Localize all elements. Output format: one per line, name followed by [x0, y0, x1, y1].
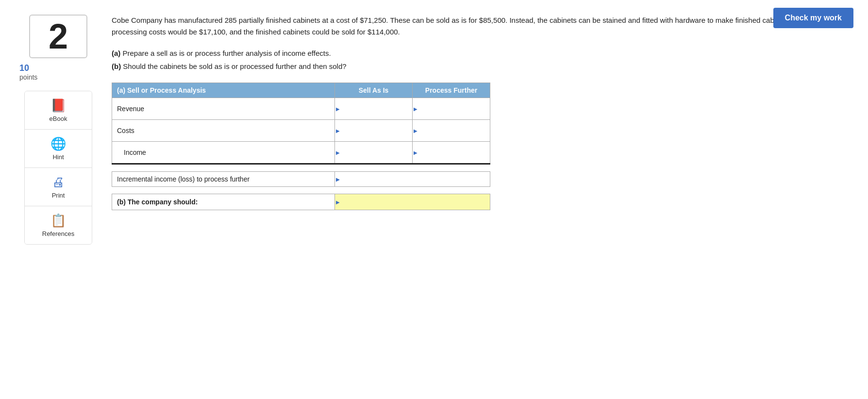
- table-row-part-b: (b) The company should: ▶: [112, 194, 490, 210]
- part-b-input[interactable]: [335, 194, 490, 210]
- sidebar-hint-label: Hint: [52, 153, 64, 161]
- costs-label: Costs: [112, 120, 335, 142]
- ebook-icon: 📕: [50, 98, 66, 113]
- sidebar-references-label: References: [42, 230, 74, 237]
- table-header-row: (a) Sell or Process Analysis Sell As Is …: [112, 83, 490, 98]
- problem-text: Cobe Company has manufactured 285 partia…: [112, 15, 853, 38]
- question-number: 2: [49, 17, 68, 56]
- table-row-incremental: Incremental income (loss) to process fur…: [112, 172, 490, 187]
- income-sell-as-is-cell[interactable]: [335, 142, 413, 164]
- question-b-text: Should the cabinets be sold as is or pro…: [123, 62, 346, 70]
- points-area: 10 points: [15, 63, 102, 81]
- income-process-further-input[interactable]: [417, 145, 485, 160]
- sidebar-icons-panel: 📕 eBook 🌐 Hint 🖨 Print 📋 References: [24, 91, 92, 245]
- analysis-table: (a) Sell or Process Analysis Sell As Is …: [112, 83, 490, 210]
- sidebar-ebook-label: eBook: [50, 115, 67, 122]
- points-value: 10: [19, 63, 102, 73]
- table-row-revenue: Revenue: [112, 98, 490, 120]
- sidebar-item-print[interactable]: 🖨 Print: [25, 168, 92, 206]
- references-icon: 📋: [50, 213, 66, 228]
- main-content: Cobe Company has manufactured 285 partia…: [102, 15, 853, 245]
- sidebar-print-label: Print: [52, 192, 65, 199]
- income-sell-as-is-input[interactable]: [340, 145, 407, 160]
- incremental-label: Incremental income (loss) to process fur…: [112, 172, 335, 187]
- col2-header: Sell As Is: [335, 83, 413, 98]
- sidebar-item-ebook[interactable]: 📕 eBook: [25, 91, 92, 130]
- question-a-label: (a): [112, 49, 120, 57]
- revenue-process-further-input[interactable]: [417, 101, 485, 116]
- sidebar-item-references[interactable]: 📋 References: [25, 206, 92, 244]
- hint-icon: 🌐: [50, 136, 66, 151]
- sidebar-item-hint[interactable]: 🌐 Hint: [25, 130, 92, 168]
- col1-header: (a) Sell or Process Analysis: [112, 83, 335, 98]
- income-process-further-cell[interactable]: [413, 142, 490, 164]
- revenue-label: Revenue: [112, 98, 335, 120]
- table-row-income: Income: [112, 142, 490, 164]
- check-my-work-button[interactable]: Check my work: [773, 8, 853, 28]
- part-b-label: (b) The company should:: [112, 194, 335, 210]
- points-label: points: [19, 73, 102, 81]
- question-b-label: (b): [112, 62, 121, 70]
- question-a-line: (a) Prepare a sell as is or process furt…: [112, 47, 853, 60]
- costs-sell-as-is-cell[interactable]: [335, 120, 413, 142]
- costs-process-further-input[interactable]: [417, 123, 485, 138]
- left-column: 2 10 points 📕 eBook 🌐 Hint 🖨 Print: [15, 15, 102, 245]
- part-b-input-cell[interactable]: ▶: [335, 194, 490, 210]
- blank-cell-2: [112, 187, 490, 194]
- table-row-costs: Costs: [112, 120, 490, 142]
- blank-cell-1: [112, 164, 490, 172]
- question-number-box: 2: [29, 15, 87, 58]
- incremental-input-cell[interactable]: ▶: [335, 172, 490, 187]
- page-wrapper: Check my work 2 10 points 📕 eBook 🌐 Hint: [0, 0, 868, 399]
- content-area: 2 10 points 📕 eBook 🌐 Hint 🖨 Print: [15, 15, 853, 245]
- revenue-process-further-cell[interactable]: [413, 98, 490, 120]
- income-label: Income: [112, 142, 335, 164]
- question-b-line: (b) Should the cabinets be sold as is or…: [112, 60, 853, 73]
- costs-sell-as-is-input[interactable]: [340, 123, 407, 138]
- blank-separator-row-1: [112, 164, 490, 172]
- col3-header: Process Further: [413, 83, 490, 98]
- question-a-text: Prepare a sell as is or process further …: [123, 49, 331, 57]
- blank-separator-row-2: [112, 187, 490, 194]
- revenue-sell-as-is-input[interactable]: [340, 101, 407, 116]
- print-icon: 🖨: [52, 175, 65, 190]
- costs-process-further-cell[interactable]: [413, 120, 490, 142]
- revenue-sell-as-is-cell[interactable]: [335, 98, 413, 120]
- incremental-input[interactable]: [335, 172, 490, 186]
- questions-text: (a) Prepare a sell as is or process furt…: [112, 47, 853, 73]
